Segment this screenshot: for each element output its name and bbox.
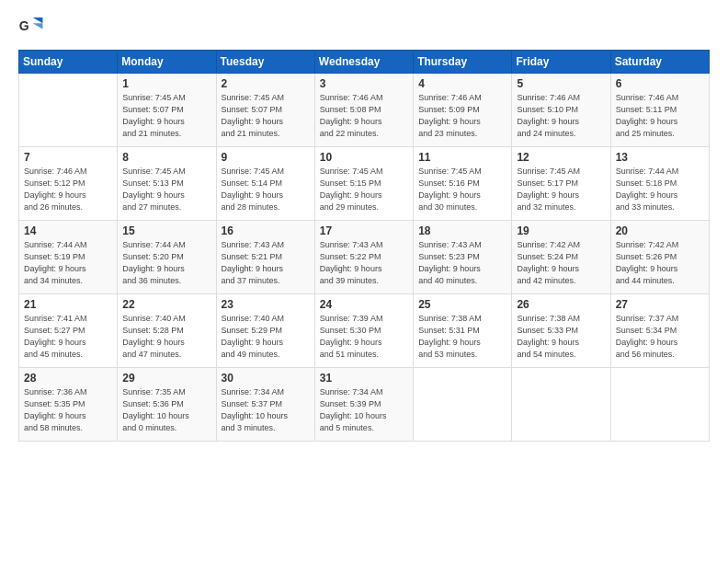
day-number: 1: [122, 77, 210, 90]
day-number: 30: [222, 372, 310, 385]
day-cell: 3Sunrise: 7:46 AM Sunset: 5:08 PM Daylig…: [314, 74, 413, 147]
col-header-sunday: Sunday: [19, 51, 118, 74]
day-info: Sunrise: 7:38 AM Sunset: 5:31 PM Dayligh…: [418, 313, 506, 361]
day-cell: 13Sunrise: 7:44 AM Sunset: 5:18 PM Dayli…: [610, 147, 709, 221]
day-info: Sunrise: 7:46 AM Sunset: 5:11 PM Dayligh…: [616, 92, 704, 140]
week-row-4: 21Sunrise: 7:41 AM Sunset: 5:27 PM Dayli…: [19, 294, 710, 368]
calendar-table: SundayMondayTuesdayWednesdayThursdayFrid…: [18, 50, 710, 442]
day-cell: 7Sunrise: 7:46 AM Sunset: 5:12 PM Daylig…: [19, 147, 118, 221]
day-number: 21: [24, 298, 112, 311]
day-cell: 17Sunrise: 7:43 AM Sunset: 5:22 PM Dayli…: [314, 221, 413, 294]
day-number: 13: [616, 151, 704, 164]
day-cell: 27Sunrise: 7:37 AM Sunset: 5:34 PM Dayli…: [610, 294, 709, 368]
day-info: Sunrise: 7:40 AM Sunset: 5:29 PM Dayligh…: [222, 313, 310, 361]
day-info: Sunrise: 7:45 AM Sunset: 5:07 PM Dayligh…: [122, 92, 210, 140]
day-info: Sunrise: 7:39 AM Sunset: 5:30 PM Dayligh…: [320, 313, 408, 361]
day-number: 17: [320, 224, 408, 237]
day-cell: 10Sunrise: 7:45 AM Sunset: 5:15 PM Dayli…: [314, 147, 413, 221]
day-number: 4: [418, 77, 506, 90]
day-number: 25: [418, 298, 506, 311]
week-row-5: 28Sunrise: 7:36 AM Sunset: 5:35 PM Dayli…: [19, 368, 710, 442]
day-number: 8: [122, 151, 210, 164]
day-number: 12: [517, 151, 605, 164]
day-cell: 15Sunrise: 7:44 AM Sunset: 5:20 PM Dayli…: [118, 221, 216, 294]
day-cell: 29Sunrise: 7:35 AM Sunset: 5:36 PM Dayli…: [118, 368, 216, 442]
day-info: Sunrise: 7:45 AM Sunset: 5:14 PM Dayligh…: [222, 166, 310, 213]
day-cell: 22Sunrise: 7:40 AM Sunset: 5:28 PM Dayli…: [118, 294, 216, 368]
day-info: Sunrise: 7:44 AM Sunset: 5:19 PM Dayligh…: [24, 239, 112, 287]
svg-text:G: G: [19, 18, 29, 33]
day-info: Sunrise: 7:41 AM Sunset: 5:27 PM Dayligh…: [24, 313, 112, 361]
day-info: Sunrise: 7:46 AM Sunset: 5:09 PM Dayligh…: [418, 92, 506, 140]
page: G SundayMondayTuesdayWednesdayThursdayFr…: [0, 0, 728, 563]
day-number: 3: [320, 77, 408, 90]
day-info: Sunrise: 7:43 AM Sunset: 5:21 PM Dayligh…: [222, 239, 310, 287]
day-number: 6: [616, 77, 704, 90]
day-cell: 24Sunrise: 7:39 AM Sunset: 5:30 PM Dayli…: [314, 294, 413, 368]
week-row-1: 1Sunrise: 7:45 AM Sunset: 5:07 PM Daylig…: [19, 74, 710, 147]
day-number: 16: [222, 224, 310, 237]
day-info: Sunrise: 7:38 AM Sunset: 5:33 PM Dayligh…: [517, 313, 605, 361]
day-cell: 18Sunrise: 7:43 AM Sunset: 5:23 PM Dayli…: [414, 221, 512, 294]
day-info: Sunrise: 7:46 AM Sunset: 5:08 PM Dayligh…: [320, 92, 408, 140]
day-info: Sunrise: 7:37 AM Sunset: 5:34 PM Dayligh…: [616, 313, 704, 361]
day-number: 24: [320, 298, 408, 311]
day-number: 29: [122, 372, 210, 385]
header: G: [18, 15, 710, 40]
day-info: Sunrise: 7:43 AM Sunset: 5:22 PM Dayligh…: [320, 239, 408, 287]
day-cell: 8Sunrise: 7:45 AM Sunset: 5:13 PM Daylig…: [118, 147, 216, 221]
day-cell: [610, 368, 709, 442]
day-number: 10: [320, 151, 408, 164]
day-cell: 25Sunrise: 7:38 AM Sunset: 5:31 PM Dayli…: [414, 294, 512, 368]
day-info: Sunrise: 7:42 AM Sunset: 5:26 PM Dayligh…: [616, 239, 704, 287]
day-number: 9: [222, 151, 310, 164]
day-cell: 5Sunrise: 7:46 AM Sunset: 5:10 PM Daylig…: [512, 74, 610, 147]
logo: G: [18, 15, 46, 40]
day-cell: 16Sunrise: 7:43 AM Sunset: 5:21 PM Dayli…: [216, 221, 314, 294]
calendar-header: SundayMondayTuesdayWednesdayThursdayFrid…: [19, 51, 710, 74]
day-number: 22: [122, 298, 210, 311]
day-number: 26: [517, 298, 605, 311]
day-info: Sunrise: 7:36 AM Sunset: 5:35 PM Dayligh…: [24, 386, 112, 434]
day-info: Sunrise: 7:43 AM Sunset: 5:23 PM Dayligh…: [418, 239, 506, 287]
day-info: Sunrise: 7:40 AM Sunset: 5:28 PM Dayligh…: [122, 313, 210, 361]
day-number: 31: [320, 372, 408, 385]
day-number: 7: [24, 151, 112, 164]
day-number: 28: [24, 372, 112, 385]
col-header-wednesday: Wednesday: [314, 51, 413, 74]
day-cell: 31Sunrise: 7:34 AM Sunset: 5:39 PM Dayli…: [314, 368, 413, 442]
general-blue-icon: G: [18, 15, 44, 40]
header-row: SundayMondayTuesdayWednesdayThursdayFrid…: [19, 51, 710, 74]
col-header-friday: Friday: [512, 51, 610, 74]
day-number: 20: [616, 224, 704, 237]
day-info: Sunrise: 7:35 AM Sunset: 5:36 PM Dayligh…: [122, 386, 210, 434]
day-cell: 19Sunrise: 7:42 AM Sunset: 5:24 PM Dayli…: [512, 221, 610, 294]
day-cell: 20Sunrise: 7:42 AM Sunset: 5:26 PM Dayli…: [610, 221, 709, 294]
day-cell: [414, 368, 512, 442]
day-info: Sunrise: 7:45 AM Sunset: 5:15 PM Dayligh…: [320, 166, 408, 213]
week-row-2: 7Sunrise: 7:46 AM Sunset: 5:12 PM Daylig…: [19, 147, 710, 221]
day-number: 2: [222, 77, 310, 90]
day-cell: 9Sunrise: 7:45 AM Sunset: 5:14 PM Daylig…: [216, 147, 314, 221]
day-number: 19: [517, 224, 605, 237]
day-info: Sunrise: 7:45 AM Sunset: 5:07 PM Dayligh…: [222, 92, 310, 140]
day-info: Sunrise: 7:44 AM Sunset: 5:20 PM Dayligh…: [122, 239, 210, 287]
col-header-tuesday: Tuesday: [216, 51, 314, 74]
day-cell: 1Sunrise: 7:45 AM Sunset: 5:07 PM Daylig…: [118, 74, 216, 147]
day-info: Sunrise: 7:44 AM Sunset: 5:18 PM Dayligh…: [616, 166, 704, 213]
day-number: 11: [418, 151, 506, 164]
week-row-3: 14Sunrise: 7:44 AM Sunset: 5:19 PM Dayli…: [19, 221, 710, 294]
day-cell: 23Sunrise: 7:40 AM Sunset: 5:29 PM Dayli…: [216, 294, 314, 368]
day-cell: 12Sunrise: 7:45 AM Sunset: 5:17 PM Dayli…: [512, 147, 610, 221]
day-cell: 4Sunrise: 7:46 AM Sunset: 5:09 PM Daylig…: [414, 74, 512, 147]
day-cell: 14Sunrise: 7:44 AM Sunset: 5:19 PM Dayli…: [19, 221, 118, 294]
day-cell: 26Sunrise: 7:38 AM Sunset: 5:33 PM Dayli…: [512, 294, 610, 368]
day-info: Sunrise: 7:46 AM Sunset: 5:10 PM Dayligh…: [517, 92, 605, 140]
day-cell: 6Sunrise: 7:46 AM Sunset: 5:11 PM Daylig…: [610, 74, 709, 147]
day-cell: 28Sunrise: 7:36 AM Sunset: 5:35 PM Dayli…: [19, 368, 118, 442]
day-cell: 2Sunrise: 7:45 AM Sunset: 5:07 PM Daylig…: [216, 74, 314, 147]
day-info: Sunrise: 7:34 AM Sunset: 5:37 PM Dayligh…: [222, 386, 310, 434]
calendar-body: 1Sunrise: 7:45 AM Sunset: 5:07 PM Daylig…: [19, 74, 710, 442]
day-cell: [512, 368, 610, 442]
day-info: Sunrise: 7:46 AM Sunset: 5:12 PM Dayligh…: [24, 166, 112, 213]
